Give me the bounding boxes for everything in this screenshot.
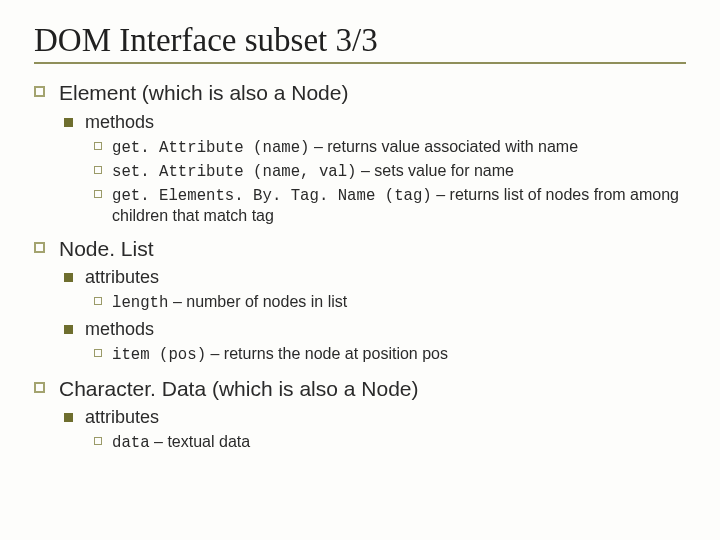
item-code: length [112, 294, 168, 312]
item-code: set. Attribute (name, val) [112, 163, 357, 181]
subsection-label: attributes [85, 407, 686, 429]
subsection: attributes [64, 267, 686, 289]
bullet-small-hollow-icon [94, 349, 102, 357]
bullet-small-hollow-icon [94, 297, 102, 305]
item-text: item (pos) – returns the node at positio… [112, 344, 686, 365]
bullet-small-hollow-icon [94, 190, 102, 198]
subsection-label: methods [85, 319, 686, 341]
heading-text: Node. List [59, 236, 686, 262]
list-item: length – number of nodes in list [94, 292, 686, 313]
section-heading: Node. List [34, 236, 686, 262]
bullet-small-hollow-icon [94, 437, 102, 445]
item-text: get. Attribute (name) – returns value as… [112, 137, 686, 158]
subsection: methods [64, 319, 686, 341]
bullet-solid-icon [64, 273, 73, 282]
bullet-small-hollow-icon [94, 166, 102, 174]
item-text: data – textual data [112, 432, 686, 453]
bullet-solid-icon [64, 413, 73, 422]
item-desc: – returns the node at position pos [206, 345, 448, 362]
item-code: get. Elements. By. Tag. Name (tag) [112, 187, 432, 205]
slide-content: Element (which is also a Node) methods g… [34, 80, 686, 453]
bullet-solid-icon [64, 325, 73, 334]
title-rule [34, 62, 686, 64]
slide: DOM Interface subset 3/3 Element (which … [0, 0, 720, 540]
item-desc: – number of nodes in list [168, 293, 347, 310]
bullet-solid-icon [64, 118, 73, 127]
section-heading: Character. Data (which is also a Node) [34, 376, 686, 402]
item-text: set. Attribute (name, val) – sets value … [112, 161, 686, 182]
item-text: get. Elements. By. Tag. Name (tag) – ret… [112, 185, 686, 226]
item-text: length – number of nodes in list [112, 292, 686, 313]
subsection-label: attributes [85, 267, 686, 289]
bullet-hollow-icon [34, 382, 45, 393]
list-item: data – textual data [94, 432, 686, 453]
slide-title: DOM Interface subset 3/3 [34, 22, 686, 58]
bullet-hollow-icon [34, 86, 45, 97]
item-code: item (pos) [112, 346, 206, 364]
item-desc: – returns value associated with name [310, 138, 579, 155]
bullet-hollow-icon [34, 242, 45, 253]
section-heading: Element (which is also a Node) [34, 80, 686, 106]
list-item: set. Attribute (name, val) – sets value … [94, 161, 686, 182]
item-desc: – sets value for name [357, 162, 514, 179]
bullet-small-hollow-icon [94, 142, 102, 150]
subsection: methods [64, 112, 686, 134]
subsection: attributes [64, 407, 686, 429]
item-code: get. Attribute (name) [112, 139, 310, 157]
item-desc: – textual data [150, 433, 251, 450]
list-item: get. Elements. By. Tag. Name (tag) – ret… [94, 185, 686, 226]
heading-text: Element (which is also a Node) [59, 80, 686, 106]
heading-text: Character. Data (which is also a Node) [59, 376, 686, 402]
list-item: item (pos) – returns the node at positio… [94, 344, 686, 365]
subsection-label: methods [85, 112, 686, 134]
item-code: data [112, 434, 150, 452]
list-item: get. Attribute (name) – returns value as… [94, 137, 686, 158]
